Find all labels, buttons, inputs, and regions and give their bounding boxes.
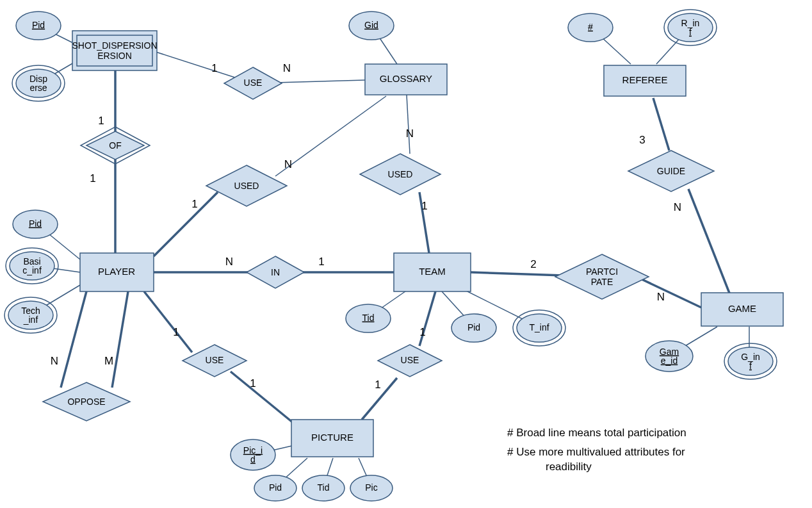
rel-label: OF	[109, 140, 121, 151]
attr-pic-tid: Tid	[302, 475, 345, 501]
card: 1	[191, 198, 197, 210]
card: N	[51, 355, 58, 367]
edge-total	[154, 192, 218, 256]
er-diagram: SHOT_DISPERSION ERSION GLOSSARY REFEREE …	[0, 0, 812, 508]
entity-label: PICTURE	[311, 432, 353, 443]
edge-total	[231, 372, 301, 429]
note-line: readibility	[546, 461, 592, 473]
attr-gl-gid: Gid	[349, 12, 394, 40]
card: N	[674, 201, 681, 213]
attr-label: Pic	[365, 482, 377, 493]
rel-label: USED	[388, 169, 413, 179]
card: M	[104, 355, 113, 367]
rel-used-tm-gl: USED	[360, 154, 441, 195]
card: 1	[98, 115, 104, 127]
attr-label: T_inf	[529, 322, 549, 332]
entity-glossary: GLOSSARY	[365, 64, 447, 95]
card: 1	[250, 377, 256, 389]
attr-sd-pid: Pid	[16, 12, 61, 40]
rel-of: OF	[81, 127, 150, 164]
attr-label: Tid	[362, 313, 375, 323]
attr-label-2: f	[749, 361, 752, 371]
rel-participate: PARTCI PATE	[555, 254, 649, 299]
entity-label: TEAM	[419, 266, 446, 277]
rel-use-tm-pic: USE	[378, 345, 442, 377]
rel-guide: GUIDE	[628, 151, 714, 192]
rel-oppose: OPPOSE	[43, 382, 130, 421]
card: 3	[639, 134, 645, 146]
attr-sd-disperse: Disp erse	[12, 65, 65, 101]
entity-label: PLAYER	[98, 266, 135, 277]
edge-total	[471, 272, 564, 275]
attr-pl-pid: Pid	[13, 210, 58, 238]
edge-total	[61, 291, 86, 388]
rel-label: USED	[234, 181, 259, 191]
card: 1	[173, 326, 179, 338]
attr-ref-num: #	[568, 13, 613, 42]
card: N	[657, 291, 665, 303]
edge	[407, 95, 410, 154]
rel-label-2: PATE	[591, 277, 613, 287]
entity-team: TEAM	[394, 253, 471, 291]
attr-label: Tid	[318, 482, 330, 493]
note-line: # Use more multivalued attributes for	[507, 446, 685, 458]
attr-label: Pid	[32, 20, 45, 30]
entity-label: GLOSSARY	[380, 73, 432, 84]
attr-gm-gameid: Gam e_id	[646, 341, 693, 372]
rel-label-1: PARTCI	[586, 266, 618, 277]
card: N	[225, 256, 233, 268]
attr-label-2: erse	[29, 83, 47, 93]
entity-label: REFEREE	[622, 74, 668, 85]
entity-label: SHOT_DISPERSION	[72, 40, 157, 51]
entity-label: GAME	[728, 303, 756, 314]
card: 1	[421, 200, 427, 212]
card: 1	[375, 379, 380, 391]
edge-total	[653, 98, 669, 151]
entity-referee: REFEREE	[604, 65, 686, 96]
attr-label-2: e_id	[661, 356, 678, 366]
rel-label: IN	[271, 267, 280, 277]
card: N	[284, 158, 292, 170]
card: N	[283, 62, 291, 74]
card: 1	[419, 326, 425, 338]
edge-total	[688, 189, 730, 295]
entity-shot-dispersion: SHOT_DISPERSION ERSION	[72, 31, 157, 70]
edge-total	[112, 291, 128, 388]
attr-label: Pid	[29, 218, 42, 229]
rel-label: OPPOSE	[67, 397, 105, 407]
rel-label: GUIDE	[657, 166, 685, 176]
attr-label-2: c_inf	[22, 265, 42, 275]
attr-gm-ginf: G_in f	[724, 343, 777, 379]
card: 1	[211, 62, 217, 74]
rel-use-pl-pic: USE	[183, 345, 247, 377]
note-line: # Broad line means total participation	[507, 427, 686, 439]
rel-used-pl-gl: USED	[206, 165, 287, 206]
attr-pic-picid: Pic_i d	[231, 439, 275, 470]
attr-tm-tinf: T_inf	[513, 310, 565, 346]
card: N	[406, 127, 414, 140]
rel-label: USE	[401, 355, 419, 365]
attr-label-2: _inf	[23, 315, 38, 325]
attr-label-2: d	[250, 454, 256, 464]
attr-pic-pic: Pic	[350, 475, 393, 501]
edge-total	[640, 279, 701, 307]
attr-label-2: f	[689, 27, 692, 37]
rel-in: IN	[247, 256, 304, 288]
attr-label: Pid	[269, 482, 282, 493]
entity-player: PLAYER	[80, 253, 154, 291]
rel-label: USE	[206, 355, 224, 365]
entity-label-2: ERSION	[97, 51, 132, 61]
edge-total	[144, 291, 192, 352]
rel-use-sd-gl: USE	[224, 67, 282, 99]
rel-label: USE	[244, 78, 263, 88]
entity-picture: PICTURE	[291, 420, 373, 457]
attr-pl-techinf: Tech _inf	[4, 297, 57, 333]
card: 2	[530, 258, 536, 270]
attr-pic-pid: Pid	[254, 475, 296, 501]
attr-tm-pid: Pid	[451, 314, 496, 342]
card: 1	[90, 172, 95, 184]
attr-label: Pid	[467, 322, 480, 332]
entity-game: GAME	[701, 293, 783, 326]
attr-ref-rinf: R_in f	[664, 10, 717, 45]
attr-tm-tid: Tid	[346, 304, 391, 332]
